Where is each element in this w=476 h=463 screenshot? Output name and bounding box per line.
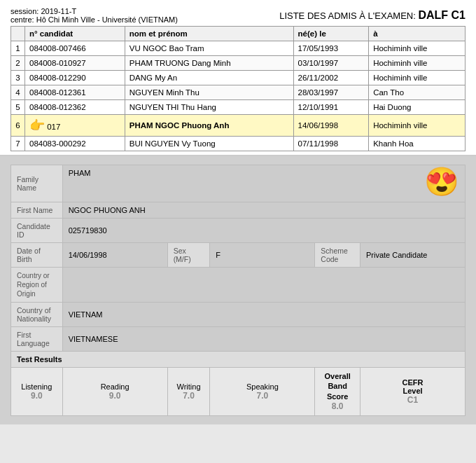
emoji-decoration: 😍 [424,165,459,198]
test-results-label: Test Results [11,352,465,368]
row-name: PHAM NGOC Phuong Anh [125,115,293,137]
dob-sex-row: Date of Birth 14/06/1998 Sex (M/F) F Sch… [11,243,465,268]
overall-band-label: OverallBandScore 8.0 [315,368,360,416]
dob-value: 14/06/1998 [62,243,167,268]
table-row: 5084008-012362NGUYEN THI Thu Hang12/10/1… [11,100,465,115]
scores-row: Listening 9.0 Reading 9.0 Writing 7.0 Sp… [11,368,465,416]
candidate-id-row: Candidate ID 025719830 [11,219,465,243]
sex-value: F [210,243,315,268]
row-city: Hochiminh ville [369,41,465,56]
row-dob: 03/10/1997 [293,56,369,71]
writing-value: 7.0 [183,391,195,401]
col-nom: nom et prénom [125,27,293,41]
row-name: NGUYEN Minh Thu [125,85,293,100]
table-row: 7084083-000292BUI NGUYEN Vy Tuong07/11/1… [11,137,465,151]
row-city: Can Tho [369,85,465,100]
row-dob: 28/03/1997 [293,85,369,100]
writing-text: Writing [176,382,200,391]
bottom-section: Family Name PHAM 😍 First Name NGOC PHUON… [0,156,476,424]
col-num [11,27,25,41]
exam-code: DALF C1 [418,9,465,21]
country-nat-label: Country of Nationality [11,303,63,327]
cefr-label-text: CEFRLevel [402,378,424,395]
scheme-value: Private Candidate [360,243,465,268]
table-row: 4084008-012361NGUYEN Minh Thu28/03/1997C… [11,85,465,100]
row-num: 4 [11,85,25,100]
listening-value: 9.0 [31,391,43,401]
row-id: 084008-012290 [25,71,125,85]
first-lang-value: VIETNAMESE [62,327,465,352]
row-city: Hochiminh ville [369,115,465,137]
centre-line: centre: Hô Chi Minh Ville - Université (… [10,15,178,24]
row-name: PHAM TRUONG Dang Minh [125,56,293,71]
family-name-row: Family Name PHAM 😍 [11,165,465,202]
overall-label-text: OverallBandScore [325,372,351,401]
country-nat-value: VIETNAM [62,303,465,327]
row-id: 084008-007466 [25,41,125,56]
family-name-label: Family Name [11,165,63,202]
row-num: 6 [11,115,25,137]
list-title: LISTE DES ADMIS À L'EXAMEN: [279,11,416,21]
row-dob: 07/11/1998 [293,137,369,151]
row-city: Khanh Hoa [369,137,465,151]
sex-label: Sex (M/F) [167,243,210,268]
row-id: 👉 017 [25,115,125,137]
country-origin-row: Country or Region of Origin [11,268,465,303]
row-dob: 14/06/1998 [293,115,369,137]
row-dob: 12/10/1991 [293,100,369,115]
overall-value: 8.0 [332,401,344,411]
speaking-value: 7.0 [257,391,269,401]
speaking-text: Speaking [246,382,279,391]
row-city: Hochiminh ville [369,56,465,71]
first-name-value: NGOC PHUONG ANH [62,202,465,219]
reading-value: 9.0 [109,391,121,401]
row-name: NGUYEN THI Thu Hang [125,100,293,115]
col-dob: né(e) le [293,27,369,41]
listening-text: Listening [21,382,52,391]
first-lang-row: First Language VIETNAMESE [11,327,465,352]
table-row: 1084008-007466VU NGOC Bao Tram17/05/1993… [11,41,465,56]
row-num: 3 [11,71,25,85]
table-row: 2084008-010927PHAM TRUONG Dang Minh03/10… [11,56,465,71]
table-row: 3084008-012290DANG My An26/11/2002Hochim… [11,71,465,85]
country-origin-value [62,268,465,303]
cefr-cell: CEFRLevel C1 [360,368,465,416]
candidates-table: n° candidat nom et prénom né(e) le à 108… [10,26,465,151]
family-name-text: PHAM [69,169,91,177]
row-id: 084008-010927 [25,56,125,71]
speaking-label: Speaking 7.0 [210,368,315,416]
exam-title: LISTE DES ADMIS À L'EXAMEN: DALF C1 [279,9,465,22]
col-candidat: n° candidat [25,27,125,41]
row-num: 5 [11,100,25,115]
row-num: 1 [11,41,25,56]
row-id: 084008-012362 [25,100,125,115]
dob-label: Date of Birth [11,243,63,268]
row-name: DANG My An [125,71,293,85]
first-lang-label: First Language [11,327,63,352]
reading-text: Reading [101,382,130,391]
first-name-label: First Name [11,202,63,219]
row-name: BUI NGUYEN Vy Tuong [125,137,293,151]
candidate-id-value: 025719830 [62,219,465,243]
session-line: session: 2019-11-T [10,7,178,15]
row-city: Hochiminh ville [369,71,465,85]
reading-label: Reading 9.0 [62,368,167,416]
certificate-table: Family Name PHAM 😍 First Name NGOC PHUON… [10,165,465,416]
family-name-value: PHAM 😍 [62,165,465,202]
row-id: 084008-012361 [25,85,125,100]
row-dob: 17/05/1993 [293,41,369,56]
session-info: session: 2019-11-T centre: Hô Chi Minh V… [10,7,178,24]
scheme-label: Scheme Code [315,243,360,268]
writing-label: Writing 7.0 [167,368,210,416]
row-city: Hai Duong [369,100,465,115]
table-row: 6👉 017PHAM NGOC Phuong Anh14/06/1998Hoch… [11,115,465,137]
candidate-id-label: Candidate ID [11,219,63,243]
row-id: 084083-000292 [25,137,125,151]
country-origin-label: Country or Region of Origin [11,268,63,303]
country-nat-row: Country of Nationality VIETNAM [11,303,465,327]
cefr-value: C1 [407,395,418,405]
row-name: VU NGOC Bao Tram [125,41,293,56]
test-results-header-row: Test Results [11,352,465,368]
first-name-row: First Name NGOC PHUONG ANH [11,202,465,219]
col-city: à [369,27,465,41]
